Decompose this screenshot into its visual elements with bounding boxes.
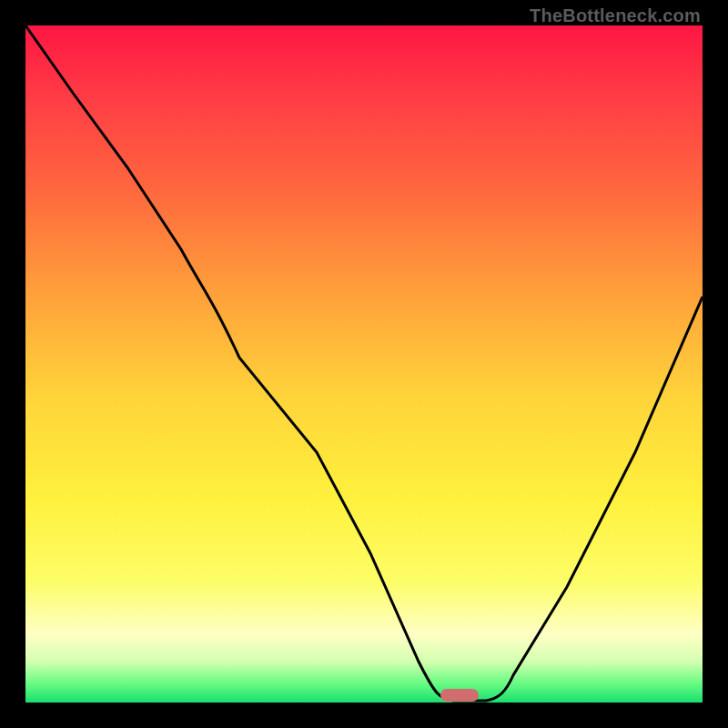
optimal-marker <box>440 689 479 702</box>
curve-path <box>25 25 703 701</box>
plot-area <box>25 25 703 703</box>
attribution-text: TheBottleneck.com <box>530 5 701 26</box>
bottleneck-curve <box>25 25 703 703</box>
chart-stage: TheBottleneck.com <box>0 0 728 728</box>
